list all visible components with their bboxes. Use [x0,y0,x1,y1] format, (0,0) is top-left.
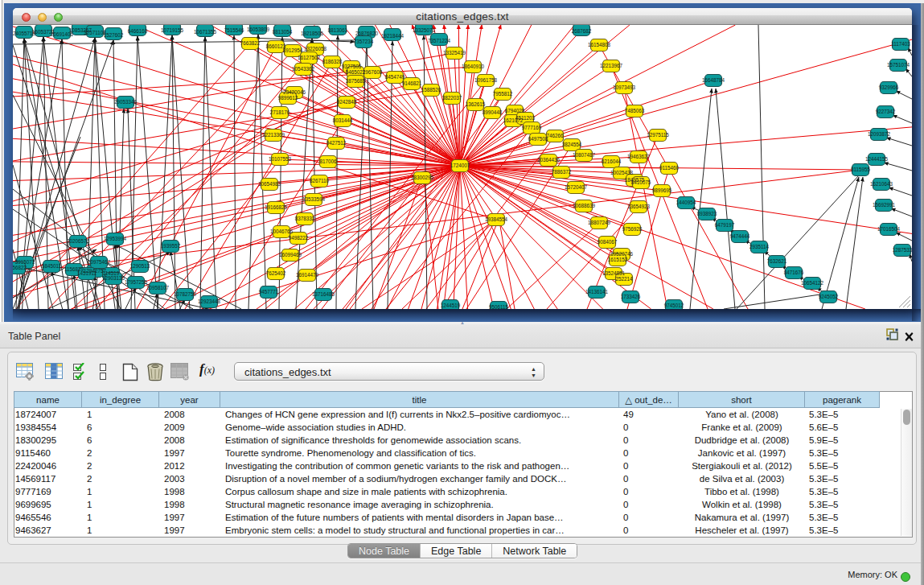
svg-text:19384554: 19384554 [485,216,508,222]
svg-text:19218444: 19218444 [381,33,405,39]
svg-text:20206576: 20206576 [67,238,90,244]
svg-text:10520746: 10520746 [610,251,634,257]
svg-text:7955812: 7955812 [493,91,513,97]
svg-text:23420046: 23420046 [283,89,306,95]
svg-text:9242848: 9242848 [337,99,357,105]
svg-text:9756928: 9756928 [622,226,643,232]
svg-text:7515546: 7515546 [224,27,244,33]
svg-text:2687682: 2687682 [572,28,592,34]
svg-text:13325419: 13325419 [443,50,466,56]
svg-text:8990448: 8990448 [483,109,503,115]
svg-text:18807249: 18807249 [588,220,611,225]
svg-text:1615152: 1615152 [608,257,628,262]
svg-text:3824554: 3824554 [562,142,582,147]
svg-text:9899612: 9899612 [278,95,298,101]
svg-text:8410075: 8410075 [631,179,651,185]
svg-text:16127502: 16127502 [298,55,321,60]
svg-text:9227342: 9227342 [876,109,896,114]
svg-text:12903135: 12903135 [102,275,125,281]
svg-text:17957255: 17957255 [125,279,148,285]
svg-text:29053346: 29053346 [114,99,138,105]
svg-text:9329966: 9329966 [879,84,899,90]
svg-text:8454749: 8454749 [385,74,405,80]
svg-text:10975467: 10975467 [88,259,111,265]
svg-text:2718176: 2718176 [270,109,290,115]
svg-text:4511203: 4511203 [515,115,536,121]
svg-text:817006: 817006 [319,159,337,164]
svg-text:1440954: 1440954 [676,200,696,205]
svg-text:13226058: 13226058 [304,46,327,51]
svg-text:8912954: 8912954 [283,47,303,53]
svg-text:2967608: 2967608 [363,69,383,75]
svg-text:20364436: 20364436 [537,157,561,163]
svg-text:8471676: 8471676 [784,270,804,275]
svg-text:10973493: 10973493 [613,84,636,90]
svg-text:9899695: 9899695 [652,187,672,193]
svg-text:9146821: 9146821 [402,80,422,86]
svg-text:19463627: 19463627 [627,154,651,159]
svg-text:12213369: 12213369 [262,132,285,138]
svg-text:3875685: 3875685 [346,78,366,84]
svg-text:8115955: 8115955 [851,167,871,172]
svg-text:10961758: 10961758 [474,77,498,83]
svg-text:10958107: 10958107 [146,285,170,290]
svg-text:1156822: 1156822 [13,265,27,270]
svg-text:15720407: 15720407 [565,184,588,190]
svg-text:10807487: 10807487 [573,152,596,158]
svg-text:16099469: 16099469 [279,252,302,257]
svg-text:1362615: 1362615 [466,101,486,107]
svg-text:6497508: 6497508 [528,136,548,142]
svg-text:10107553: 10107553 [269,156,292,162]
svg-text:7632621: 7632621 [767,258,787,264]
svg-text:14136141: 14136141 [585,289,609,295]
svg-text:13325071: 13325071 [413,27,436,33]
svg-text:17016504: 17016504 [877,226,901,232]
svg-text:9745012: 9745012 [664,303,684,308]
svg-text:1724007: 1724007 [450,163,470,168]
svg-text:10719155: 10719155 [161,27,184,33]
svg-text:13716485: 13716485 [312,291,335,297]
svg-text:9115460: 9115460 [659,165,680,171]
svg-text:16648784: 16648784 [702,77,725,83]
svg-text:10543362: 10543362 [292,66,315,72]
svg-text:1733426: 1733426 [621,294,641,299]
svg-text:10046766: 10046766 [270,229,294,234]
svg-text:7357234: 7357234 [354,39,374,44]
svg-text:13654923: 13654923 [627,204,651,209]
svg-text:16914479: 16914479 [296,272,319,278]
svg-text:13524851: 13524851 [602,270,626,276]
svg-text:10782759: 10782759 [174,291,197,297]
svg-text:10688639: 10688639 [573,203,596,208]
svg-text:8813054: 8813054 [273,29,293,35]
svg-text:1527602: 1527602 [104,32,124,38]
svg-text:12953994: 12953994 [104,236,127,241]
svg-text:73571224: 73571224 [428,38,451,43]
svg-text:10654983: 10654983 [258,181,281,187]
svg-text:12975115: 12975115 [647,132,669,138]
svg-text:12093872: 12093872 [868,131,891,137]
svg-text:10025438: 10025438 [610,170,634,175]
svg-text:3822037: 3822037 [442,95,462,101]
svg-text:6466160: 6466160 [128,28,148,34]
svg-text:9427512: 9427512 [326,140,347,146]
svg-text:9327505: 9327505 [342,64,362,69]
svg-text:5845011: 5845011 [42,263,62,269]
svg-text:7625402: 7625402 [266,270,286,276]
svg-text:252214: 252214 [615,276,633,282]
svg-text:1117403: 1117403 [891,41,910,47]
svg-text:6216044: 6216044 [602,159,622,164]
svg-text:1588520: 1588520 [421,87,441,93]
svg-text:9245052: 9245052 [819,294,839,299]
svg-text:6794028: 6794028 [505,108,525,113]
svg-text:8813061: 8813061 [328,27,348,33]
svg-text:16210643: 16210643 [870,181,893,187]
svg-text:1451911: 1451911 [77,270,97,276]
svg-text:1939557: 1939557 [161,243,181,249]
svg-text:13533594: 13533594 [302,196,326,202]
svg-text:9498222: 9498222 [289,235,309,241]
svg-text:10671355: 10671355 [194,29,217,35]
svg-text:16154808: 16154808 [588,42,611,47]
svg-text:12444155: 12444155 [865,156,889,162]
svg-text:12213967: 12213967 [600,63,623,68]
svg-text:16053809: 16053809 [247,27,270,32]
